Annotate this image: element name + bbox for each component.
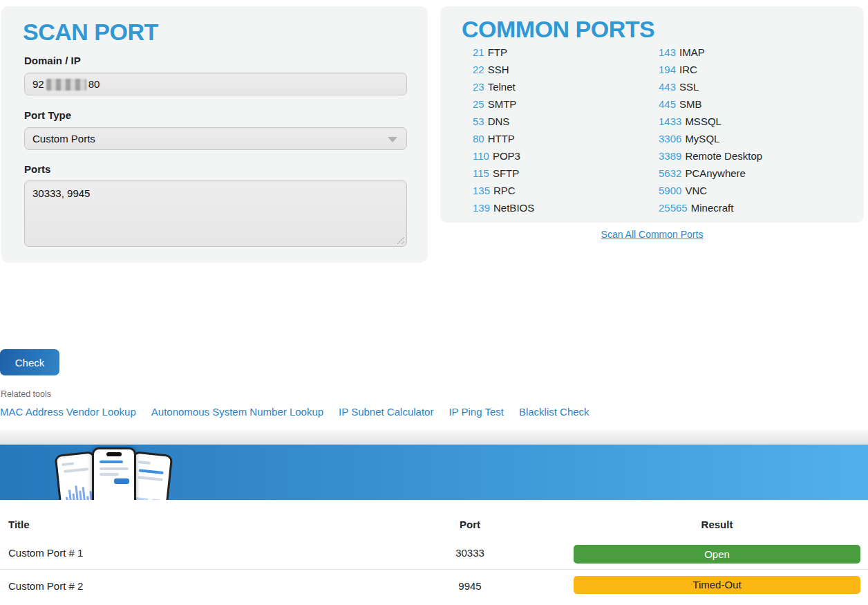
port-number[interactable]: 23: [473, 81, 484, 93]
port-number[interactable]: 135: [473, 185, 490, 196]
port-name: SSH: [488, 64, 509, 75]
port-number[interactable]: 445: [659, 98, 676, 110]
link-blacklist-check[interactable]: Blacklist Check: [519, 406, 589, 418]
port-type-label: Port Type: [24, 109, 71, 121]
chevron-down-icon: [388, 137, 397, 142]
table-row-title: Custom Port # 1: [8, 547, 83, 559]
common-port-item[interactable]: 80HTTP: [473, 130, 534, 147]
port-number[interactable]: 5900: [659, 185, 681, 196]
common-port-item[interactable]: 194IRC: [659, 61, 762, 78]
phone-mockup-center: [92, 447, 136, 500]
link-ip-ping-test[interactable]: IP Ping Test: [449, 406, 504, 418]
port-name: NetBIOS: [493, 202, 534, 214]
port-number[interactable]: 194: [659, 64, 676, 75]
port-number[interactable]: 80: [473, 133, 484, 145]
mobile-app-banner: Quickly ping any IP from your mobile GET…: [0, 445, 868, 500]
common-port-item[interactable]: 115SFTP: [473, 165, 534, 182]
phone-button-graphic: [114, 478, 129, 484]
phone-results-grid: [134, 497, 166, 500]
common-port-item[interactable]: 135RPC: [473, 182, 534, 199]
port-name: MySQL: [685, 133, 719, 145]
common-port-item[interactable]: 23Telnet: [473, 78, 534, 95]
common-port-item[interactable]: 25565Minecraft: [659, 199, 762, 216]
common-ports-column-2: 143IMAP 194IRC 443SSL 445SMB 1433MSSQL 3…: [659, 44, 762, 216]
port-name: SMB: [679, 98, 702, 110]
common-port-item[interactable]: 21FTP: [473, 44, 534, 61]
common-ports-panel: COMMON PORTS 21FTP 22SSH 23Telnet 25SMTP…: [440, 6, 864, 223]
phone-chart-graphic: [64, 482, 93, 500]
ports-label: Ports: [24, 163, 50, 175]
port-name: Remote Desktop: [685, 150, 762, 162]
link-ip-subnet-calculator[interactable]: IP Subnet Calculator: [339, 406, 433, 418]
port-number[interactable]: 22: [473, 64, 484, 75]
table-row-title: Custom Port # 2: [8, 580, 83, 592]
common-port-item[interactable]: 5632PCAnywhere: [659, 165, 762, 182]
port-number[interactable]: 3306: [659, 133, 681, 145]
port-name: HTTP: [488, 133, 515, 145]
section-divider-strip: [0, 429, 868, 445]
domain-ip-input[interactable]: 9280: [24, 73, 407, 95]
port-number[interactable]: 25: [473, 98, 484, 110]
common-port-item[interactable]: 3389Remote Desktop: [659, 147, 762, 165]
page: SCAN PORT Domain / IP 9280 Port Type Cus…: [0, 0, 868, 605]
check-button[interactable]: Check: [0, 349, 59, 375]
port-type-select[interactable]: Custom Ports: [24, 127, 407, 150]
phone-notch: [106, 452, 122, 456]
table-header-title: Title: [8, 519, 30, 530]
common-port-item[interactable]: 53DNS: [473, 113, 534, 130]
port-name: IMAP: [679, 46, 705, 58]
port-name: RPC: [493, 185, 516, 196]
related-tools-label: Related tools: [1, 389, 51, 399]
scan-port-title: SCAN PORT: [23, 19, 158, 46]
table-row-port: 30333: [435, 547, 504, 559]
common-port-item[interactable]: 443SSL: [659, 78, 762, 95]
port-number[interactable]: 139: [473, 202, 490, 214]
related-tools-nav: MAC Address Vendor Lookup Autonomous Sys…: [0, 406, 589, 418]
common-port-item[interactable]: 22SSH: [473, 61, 534, 78]
port-number[interactable]: 3389: [659, 150, 681, 162]
port-name: POP3: [493, 150, 520, 162]
port-name: DNS: [488, 115, 510, 127]
common-port-item[interactable]: 1433MSSQL: [659, 113, 762, 130]
port-number[interactable]: 1433: [659, 115, 681, 127]
scan-port-panel: SCAN PORT Domain / IP 9280 Port Type Cus…: [1, 6, 428, 263]
port-name: Minecraft: [691, 202, 734, 214]
port-number[interactable]: 115: [473, 167, 489, 179]
common-port-item[interactable]: 5900VNC: [659, 182, 762, 199]
port-name: PCAnywhere: [685, 167, 746, 179]
port-number[interactable]: 5632: [659, 167, 681, 179]
port-name: MSSQL: [685, 115, 721, 127]
common-port-item[interactable]: 143IMAP: [659, 44, 762, 61]
domain-ip-label: Domain / IP: [24, 55, 81, 66]
table-row-divider: [0, 569, 868, 570]
common-port-item[interactable]: 110POP3: [473, 147, 534, 165]
port-number[interactable]: 143: [659, 46, 676, 58]
port-name: SFTP: [493, 167, 519, 179]
port-name: FTP: [488, 46, 507, 58]
status-badge-open: Open: [574, 545, 860, 564]
link-mac-address-vendor-lookup[interactable]: MAC Address Vendor Lookup: [0, 406, 136, 418]
domain-value-prefix: 92: [32, 78, 44, 90]
ports-value: 30333, 9945: [32, 187, 90, 199]
table-header-port: Port: [435, 519, 504, 530]
domain-value-redacted-blur: [46, 79, 86, 91]
port-name: SSL: [679, 81, 699, 93]
port-type-selected-value: Custom Ports: [32, 133, 95, 145]
scan-all-common-ports-link[interactable]: Scan All Common Ports: [601, 229, 704, 240]
port-number[interactable]: 110: [473, 150, 489, 162]
link-asn-lookup[interactable]: Autonomous System Number Lookup: [151, 406, 323, 418]
ports-textarea[interactable]: 30333, 9945: [24, 180, 407, 247]
common-port-item[interactable]: 445SMB: [659, 95, 762, 113]
port-number[interactable]: 21: [473, 46, 484, 58]
port-name: SMTP: [488, 98, 517, 110]
port-number[interactable]: 25565: [659, 202, 688, 214]
port-number[interactable]: 53: [473, 115, 484, 127]
common-port-item[interactable]: 25SMTP: [473, 95, 534, 113]
port-name: IRC: [679, 64, 697, 75]
common-ports-title: COMMON PORTS: [462, 16, 654, 43]
phone-mockups-image: [58, 447, 170, 500]
port-number[interactable]: 443: [659, 81, 676, 93]
common-port-item[interactable]: 139NetBIOS: [473, 199, 534, 216]
common-port-item[interactable]: 3306MySQL: [659, 130, 762, 147]
resize-handle-icon[interactable]: [395, 235, 404, 244]
